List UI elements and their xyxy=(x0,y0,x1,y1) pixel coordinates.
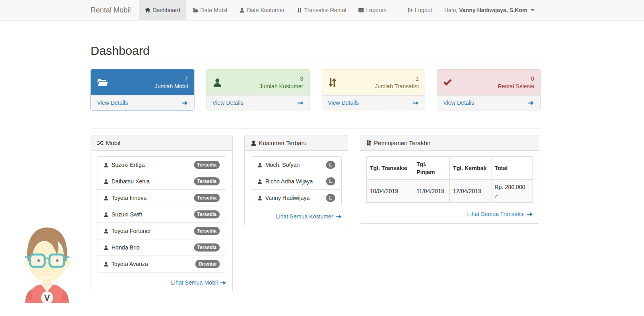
transaksi-panel: Peminjaman Terakhir Tgl. Transaksi Tgl. … xyxy=(360,135,539,224)
user-icon xyxy=(103,262,109,267)
stat-value: 3 xyxy=(260,75,303,82)
nav-label: Data Kostumer xyxy=(247,7,284,13)
col-header: Tgl. Transaksi xyxy=(367,157,413,180)
status-badge: Tersedia xyxy=(194,161,220,169)
list-item: Vanny Hadiwijaya L xyxy=(251,190,341,206)
stat-label: Jumlah Mobil xyxy=(155,82,188,90)
sign-out-icon xyxy=(407,7,413,13)
sort-icon xyxy=(328,77,337,87)
brand-link[interactable]: Rental Mobil xyxy=(91,0,139,20)
folder-open-icon xyxy=(192,7,198,13)
table-header-row: Tgl. Transaksi Tgl. Pinjam Tgl. Kembali … xyxy=(367,157,533,180)
greeting-prefix: Halo, xyxy=(444,7,458,13)
view-details-link[interactable]: View Details xyxy=(91,95,194,110)
stat-panel-jumlah-transaksi: 1 Jumlah Transaksi View Details xyxy=(322,69,425,110)
cell-tgl-pinjam: 11/04/2019 xyxy=(413,180,450,203)
list-item: Moch. Sofyan L xyxy=(251,157,341,173)
list-alt-icon xyxy=(358,7,364,13)
shuffle-icon xyxy=(97,140,103,146)
lihat-semua-kostumer-link[interactable]: Lihat Semua Kostumer xyxy=(251,213,342,220)
navbar-right: Logout Halo, Vanny Hadiwijaya, S.Kom xyxy=(401,0,541,20)
status-badge: Tersedia xyxy=(194,194,220,202)
stat-value: 0 xyxy=(498,75,534,82)
mobil-list: Suzuki Ertiga Tersedia Daihatsu Xenia Te… xyxy=(97,156,226,272)
svg-text:V: V xyxy=(44,293,50,303)
kostumer-name: Richo Artha Wijaya xyxy=(265,178,313,185)
sort-icon xyxy=(297,7,302,13)
lihat-semua-transaksi-link[interactable]: Lihat Semua Transaksi xyxy=(366,211,533,217)
stat-label: Rental Selesai xyxy=(498,82,534,90)
list-item: Toyota Innova Tersedia xyxy=(97,190,226,206)
mobil-panel: Mobil Suzuki Ertiga Tersedia Daihatsu Xe… xyxy=(91,135,233,292)
user-icon xyxy=(257,162,262,168)
panel-title: Kostumer Terbaru xyxy=(259,139,307,146)
panel-title: Mobil xyxy=(106,139,120,146)
transaksi-table: Tgl. Transaksi Tgl. Pinjam Tgl. Kembali … xyxy=(366,156,533,203)
arrow-right-icon xyxy=(527,212,533,216)
chevron-down-icon xyxy=(529,9,535,11)
arrow-right-icon xyxy=(413,101,419,105)
mobil-name: Toyota Avanza xyxy=(111,261,148,267)
status-badge: Dirental xyxy=(195,260,220,268)
user-icon xyxy=(103,195,109,201)
mobil-name: Suzuki Swift xyxy=(111,211,142,218)
nav-label: Transaksi Rental xyxy=(304,7,347,13)
arrow-right-icon xyxy=(528,101,534,105)
status-badge: Tersedia xyxy=(194,177,220,185)
logout-button[interactable]: Logout xyxy=(401,0,438,20)
user-icon xyxy=(103,162,109,168)
panel-title: Peminjaman Terakhir xyxy=(374,139,431,146)
nav-item-data-mobil[interactable]: Data Mobil xyxy=(186,0,233,20)
mascot-avatar: V xyxy=(23,223,72,303)
nav-item-dashboard[interactable]: Dashboard xyxy=(139,0,186,20)
view-details-link[interactable]: View Details xyxy=(206,95,310,110)
mobil-name: Toyota Fortuner xyxy=(111,228,151,234)
kostumer-panel: Kostumer Terbaru Moch. Sofyan L Richo Ar… xyxy=(244,135,348,226)
list-item: Richo Artha Wijaya L xyxy=(251,173,341,190)
status-badge: Tersedia xyxy=(194,210,220,218)
stat-value: 7 xyxy=(155,75,188,82)
table-row: 10/04/2019 11/04/2019 12/04/2019 Rp. 280… xyxy=(367,180,533,203)
stat-panel-jumlah-mobil: 7 Jumlah Mobil View Details xyxy=(91,69,194,110)
col-header: Tgl. Kembali xyxy=(450,157,491,180)
user-icon xyxy=(103,229,109,234)
mobil-name: Honda Brio xyxy=(111,244,140,251)
cell-tgl-kembali: 12/04/2019 xyxy=(450,180,491,203)
nav-label: Laporan xyxy=(366,7,386,13)
view-details-link[interactable]: View Details xyxy=(322,95,425,110)
check-icon xyxy=(443,78,452,87)
stat-label: Jumlah Transaksi xyxy=(375,82,419,90)
col-header: Total xyxy=(491,157,533,180)
nav-item-data-kostumer[interactable]: Data Kostumer xyxy=(233,0,290,20)
arrow-right-icon xyxy=(220,281,226,285)
list-item: Suzuki Swift Tersedia xyxy=(97,206,226,223)
stats-row: 7 Jumlah Mobil View Details 3 Jumlah Kos… xyxy=(91,69,541,110)
main-nav: Dashboard Data Mobil Data Kostumer Trans… xyxy=(139,0,393,20)
lihat-semua-mobil-link[interactable]: Lihat Semua Mobil xyxy=(97,279,226,286)
mobil-name: Toyota Innova xyxy=(111,195,147,201)
user-name: Vanny Hadiwijaya, S.Kom xyxy=(459,7,527,13)
stat-panel-jumlah-kostumer: 3 Jumlah Kostumer View Details xyxy=(206,69,310,110)
user-icon xyxy=(103,179,109,184)
nav-label: Dashboard xyxy=(153,7,180,13)
list-item: Toyota Fortuner Tersedia xyxy=(97,223,226,239)
top-navbar: Rental Mobil Dashboard Data Mobil Data K… xyxy=(0,0,644,21)
list-item: Suzuki Ertiga Tersedia xyxy=(97,157,226,173)
folder-open-icon xyxy=(97,77,108,87)
view-details-link[interactable]: View Details xyxy=(437,95,540,110)
mobil-name: Daihatsu Xenia xyxy=(111,178,150,185)
nav-item-transaksi-rental[interactable]: Transaksi Rental xyxy=(291,0,353,20)
user-icon xyxy=(257,179,262,184)
user-dropdown[interactable]: Halo, Vanny Hadiwijaya, S.Kom xyxy=(438,0,541,20)
section-divider xyxy=(91,128,541,129)
arrow-right-icon xyxy=(182,101,188,105)
page-title: Dashboard xyxy=(91,44,541,62)
nav-item-laporan[interactable]: Laporan xyxy=(352,0,392,20)
col-header: Tgl. Pinjam xyxy=(413,157,450,180)
stat-panel-rental-selesai: 0 Rental Selesai View Details xyxy=(437,69,541,110)
gender-badge: L xyxy=(326,177,335,185)
user-icon xyxy=(239,7,245,13)
status-badge: Tersedia xyxy=(194,243,220,252)
user-icon xyxy=(103,212,109,217)
status-badge: Tersedia xyxy=(194,227,220,235)
